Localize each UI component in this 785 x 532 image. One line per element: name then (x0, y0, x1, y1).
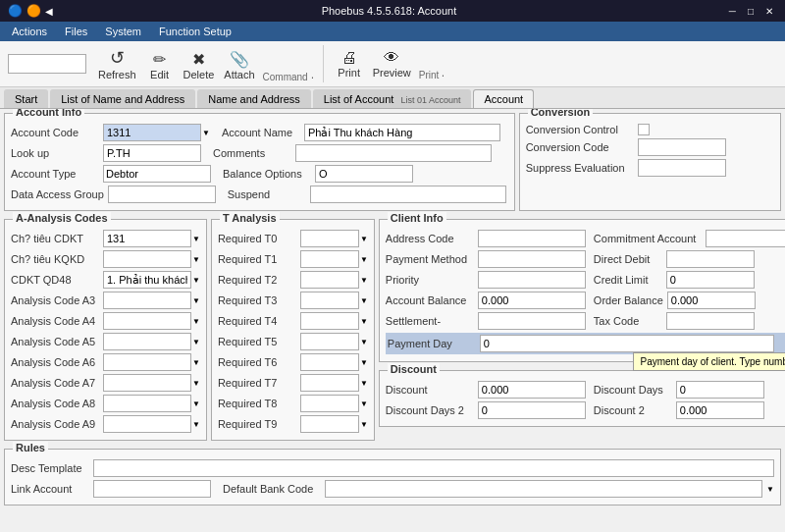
address-code-select[interactable] (478, 230, 586, 247)
refresh-button[interactable]: ↺ Refresh (94, 45, 140, 82)
discount-input[interactable] (478, 381, 586, 399)
t-analysis-dropdown-icon-2[interactable]: ▼ (360, 276, 368, 285)
lookup-input[interactable] (103, 144, 201, 162)
account-type-select[interactable]: Debtor (103, 165, 211, 183)
attach-button[interactable]: 📎 Attach (220, 48, 258, 82)
balance-options-input[interactable] (315, 165, 413, 183)
t-analysis-dropdown-icon-5[interactable]: ▼ (360, 338, 368, 346)
t-analysis-dropdown-icon-3[interactable]: ▼ (360, 296, 368, 305)
a-analysis-input-6[interactable] (103, 353, 191, 371)
discount-days-input[interactable] (676, 381, 764, 399)
maximize-button[interactable]: □ (744, 6, 758, 17)
a-analysis-input-9[interactable] (103, 415, 191, 433)
conversion-control-checkbox[interactable] (638, 124, 650, 135)
t-analysis-input-7[interactable] (300, 374, 359, 392)
default-bank-code-input[interactable] (325, 480, 762, 498)
t-analysis-input-1[interactable] (300, 250, 359, 268)
delete-button[interactable]: ✖ Delete (180, 48, 219, 82)
tax-code-input[interactable] (666, 312, 755, 330)
t-analysis-dropdown-icon-9[interactable]: ▼ (360, 420, 368, 429)
t-analysis-input-8[interactable] (300, 395, 359, 412)
a-analysis-input-4[interactable] (103, 312, 191, 330)
close-button[interactable]: ✕ (761, 6, 777, 17)
a-analysis-dropdown-icon-1[interactable]: ▼ (192, 255, 200, 264)
account-code-input[interactable] (103, 124, 201, 141)
a-analysis-input-8[interactable] (103, 395, 191, 412)
print-label: Print (338, 67, 360, 79)
discount-days2-input[interactable] (478, 401, 586, 419)
t-analysis-input-9[interactable] (300, 415, 359, 433)
t-analysis-input-0[interactable] (300, 230, 359, 247)
a-analysis-input-1[interactable] (103, 250, 191, 268)
account-code-dropdown-icon[interactable]: ▼ (202, 129, 210, 137)
a-analysis-input-3[interactable] (103, 292, 191, 309)
a-analysis-dropdown-icon-7[interactable]: ▼ (192, 379, 200, 388)
commitment-account-select[interactable] (706, 230, 785, 247)
a-analysis-dropdown-icon-8[interactable]: ▼ (192, 399, 200, 408)
suppress-eval-input[interactable] (638, 159, 726, 177)
a-analysis-input-7[interactable] (103, 374, 191, 392)
t-analysis-input-3[interactable] (300, 292, 359, 309)
t-analysis-input-2[interactable] (300, 271, 359, 289)
minimize-button[interactable]: ─ (725, 6, 740, 17)
a-analysis-row: Ch? tiêu CDKT ▼ (11, 230, 200, 247)
order-balance-input[interactable] (667, 292, 756, 309)
account-code-label: Account Code (11, 127, 99, 138)
edit-button[interactable]: ✏ Edit (142, 48, 178, 82)
a-analysis-dropdown-icon-0[interactable]: ▼ (192, 235, 200, 243)
menu-system[interactable]: System (97, 24, 149, 39)
conversion-code-select[interactable] (638, 138, 726, 156)
payment-day-input[interactable] (480, 335, 774, 352)
account-name-input[interactable] (304, 124, 500, 141)
t-analysis-input-6[interactable] (300, 353, 359, 371)
t-analysis-row: Required T2 ▼ (218, 271, 368, 289)
t-analysis-input-5[interactable] (300, 333, 359, 350)
tab-list-account[interactable]: List of Account List 01 Account (313, 89, 472, 108)
a-analysis-input-5[interactable] (103, 333, 191, 350)
credit-limit-input[interactable] (666, 271, 755, 289)
preview-button[interactable]: 👁 Preview (369, 47, 415, 80)
discount2-input[interactable] (676, 401, 764, 419)
a-analysis-dropdown-icon-6[interactable]: ▼ (192, 358, 200, 367)
menu-actions[interactable]: Actions (4, 24, 55, 39)
default-bank-code-dropdown-icon[interactable]: ▼ (766, 485, 774, 494)
account-balance-input[interactable] (478, 292, 586, 309)
priority-input[interactable] (478, 271, 586, 289)
a-analysis-input-0[interactable] (103, 230, 191, 247)
a-analysis-label-6: Analysis Code A6 (11, 356, 99, 368)
data-access-group-select[interactable] (108, 186, 216, 203)
t-analysis-row: Required T4 ▼ (218, 312, 368, 330)
direct-debit-input[interactable] (666, 250, 755, 268)
settlement-input[interactable] (478, 312, 586, 330)
tab-list-name-address[interactable]: List of Name and Address (50, 89, 195, 108)
tab-name-address[interactable]: Name and Address (197, 89, 311, 108)
t-analysis-dropdown-icon-0[interactable]: ▼ (360, 235, 368, 243)
t-analysis-dropdown-icon-1[interactable]: ▼ (360, 255, 368, 264)
tab-account[interactable]: Account (473, 89, 534, 108)
default-bank-code-label: Default Bank Code (223, 483, 321, 495)
a-analysis-dropdown-icon-2[interactable]: ▼ (192, 276, 200, 285)
suspend-select[interactable] (310, 186, 506, 203)
menu-files[interactable]: Files (57, 24, 95, 39)
a-analysis-input-2[interactable] (103, 271, 191, 289)
t-analysis-dropdown-icon-6[interactable]: ▼ (360, 358, 368, 367)
link-account-select[interactable] (93, 480, 211, 498)
t-analysis-dropdown-icon-7[interactable]: ▼ (360, 379, 368, 388)
search-input[interactable] (8, 54, 86, 74)
direct-debit-label: Direct Debit (594, 253, 662, 265)
a-analysis-dropdown-icon-5[interactable]: ▼ (192, 338, 200, 346)
desc-template-select[interactable] (93, 459, 774, 477)
t-analysis-input-4[interactable] (300, 312, 359, 330)
a-analysis-dropdown-icon-9[interactable]: ▼ (192, 420, 200, 429)
a-analysis-dropdown-icon-4[interactable]: ▼ (192, 317, 200, 326)
t-analysis-dropdown-icon-4[interactable]: ▼ (360, 317, 368, 326)
print-button[interactable]: 🖨 Print (332, 47, 367, 80)
account-type-label: Account Type (11, 168, 99, 180)
comments-input[interactable] (295, 144, 492, 162)
payment-method-input[interactable] (478, 250, 586, 268)
a-analysis-dropdown-icon-3[interactable]: ▼ (192, 296, 200, 305)
tab-start[interactable]: Start (4, 89, 48, 108)
t-analysis-dropdown-icon-8[interactable]: ▼ (360, 399, 368, 408)
menu-function-setup[interactable]: Function Setup (151, 24, 239, 39)
main-content: Account Info Account Code ▼ Account Name… (0, 109, 785, 519)
